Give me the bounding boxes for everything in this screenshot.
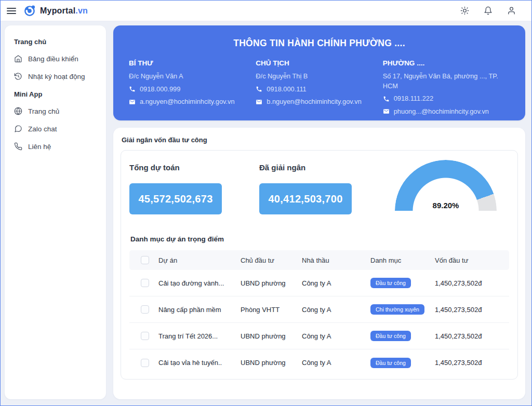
ward-info-title: THÔNG TIN HÀNH CHÍNH PHƯỜNG .... xyxy=(129,38,510,49)
brand-name: Myportal.vn xyxy=(40,6,88,16)
col-header-contractor: Nhà thầu xyxy=(301,256,369,264)
capital-value: 1,450,273,502đ xyxy=(434,359,509,367)
project-name: Trang trí Tết 2026... xyxy=(157,332,240,340)
sidebar-item-zalo-chat[interactable]: Zalo chat xyxy=(14,120,97,138)
phone-filled-icon xyxy=(129,86,136,92)
disbursed-stat: Đã giải ngân 40,412,503,700 xyxy=(259,160,389,214)
col-header-category: Danh mục xyxy=(369,256,434,264)
email-line: a.nguyen@hochiminhcity.gov.vn xyxy=(129,97,256,107)
investor: UBND phường xyxy=(240,279,301,287)
email-line: phuong...@hochiminhcity.gov.vn xyxy=(383,107,510,117)
project-name: Cải tạo vỉa hè tuyến.. xyxy=(157,359,240,367)
sidebar: Trang chủ Bảng điều khiển Nhật ký hoạt đ… xyxy=(5,25,106,399)
capital-value: 1,450,273,502đ xyxy=(434,332,509,340)
bell-icon[interactable] xyxy=(484,6,493,15)
email-line: b.nguyen@hochiminhcity.gov.vn xyxy=(256,97,382,107)
user-icon[interactable] xyxy=(507,6,516,15)
table-row: Cải tạo đường vành... UBND phường Công t… xyxy=(129,270,509,296)
row-checkbox[interactable] xyxy=(141,305,149,314)
sidebar-item-label: Nhật ký hoạt động xyxy=(28,73,85,80)
contractor: Công ty A xyxy=(301,332,369,340)
projects-table-title: Danh mục dự án trọng điểm xyxy=(130,235,509,243)
investor: UBND phường xyxy=(240,332,301,340)
globe-icon xyxy=(14,107,22,115)
sidebar-item-label: Zalo chat xyxy=(28,125,57,133)
total-budget-label: Tổng dự toán xyxy=(129,163,259,172)
category-badge: Đầu tư công xyxy=(370,278,411,288)
sidebar-item-mini-home[interactable]: Trang chủ xyxy=(14,102,97,120)
sidebar-item-label: Trang chủ xyxy=(28,107,59,115)
role-title: PHƯỜNG .... xyxy=(383,59,510,67)
category-badge: Đầu tư công xyxy=(370,331,411,341)
disbursed-value: 40,412,503,700 xyxy=(259,183,352,214)
envelope-icon xyxy=(129,99,136,105)
contractor: Công ty A xyxy=(301,359,369,367)
contractor: Công ty A xyxy=(301,306,369,314)
sidebar-item-label: Liên hệ xyxy=(28,143,51,151)
phone-line: 0918.000.999 xyxy=(129,85,256,94)
project-name: Cải tạo đường vành... xyxy=(157,279,240,287)
capital-value: 1,450,273,502đ xyxy=(434,306,509,314)
home-icon xyxy=(14,55,22,63)
row-checkbox[interactable] xyxy=(141,332,149,340)
envelope-icon xyxy=(383,108,390,115)
sidebar-item-dashboard[interactable]: Bảng điều khiển xyxy=(14,50,97,67)
table-row: Cải tạo vỉa hè tuyến.. UBND phường Công … xyxy=(129,349,509,376)
row-checkbox[interactable] xyxy=(141,279,149,287)
projects-table-header: Dự án Chủ đầu tư Nhà thầu Danh mục Vốn đ… xyxy=(129,250,509,270)
col-header-project: Dự án xyxy=(157,256,240,264)
phone-line: 0918.111.222 xyxy=(383,94,510,104)
investor: Phòng VHTT xyxy=(240,306,301,314)
phone-filled-icon xyxy=(256,86,262,92)
ward-info-card: THÔNG TIN HÀNH CHÍNH PHƯỜNG .... BÍ THƯ … xyxy=(113,25,525,120)
disbursement-card: Giải ngân vốn đầu tư công Tổng dự toán 4… xyxy=(113,128,525,399)
sidebar-section-mini-app: Mini App xyxy=(14,90,97,98)
disbursed-label: Đã giải ngân xyxy=(259,163,389,172)
disbursement-gauge: 89.20% xyxy=(395,160,497,211)
row-checkbox[interactable] xyxy=(141,359,149,367)
gauge-percent-label: 89.20% xyxy=(395,201,497,210)
capital-value: 1,450,273,502đ xyxy=(434,279,509,287)
table-row: Trang trí Tết 2026... UBND phường Công t… xyxy=(129,323,509,349)
category-badge: Đầu tư công xyxy=(370,358,411,368)
category-badge: Chi thường xuyên xyxy=(370,304,424,315)
total-budget-stat: Tổng dự toán 45,572,502,673 xyxy=(129,160,259,214)
address-line: Số 17, Nguyễn Văn Bá, phường ..., TP. HC… xyxy=(383,72,510,91)
myportal-logo-icon xyxy=(23,4,36,17)
total-budget-value: 45,572,502,673 xyxy=(129,183,222,214)
brand-suffix: .vn xyxy=(75,6,88,15)
col-header-capital: Vốn đầu tư xyxy=(434,256,509,264)
table-row: Nâng cấp phần mềm Phòng VHTT Công ty A C… xyxy=(129,296,509,323)
disbursement-panel: Tổng dự toán 45,572,502,673 Đã giải ngân… xyxy=(121,150,518,380)
role-title: CHỦ TỊCH xyxy=(256,59,382,67)
person-name: Đ/c Nguyễn Thị B xyxy=(256,72,382,82)
sidebar-item-contact[interactable]: Liên hệ xyxy=(14,138,97,155)
menu-icon[interactable] xyxy=(7,8,16,14)
phone-line: 0918.000.111 xyxy=(256,85,382,94)
investor: UBND phường xyxy=(240,359,301,367)
contractor: Công ty A xyxy=(301,279,369,287)
sidebar-item-activity-log[interactable]: Nhật ký hoạt động xyxy=(14,67,97,85)
theme-sun-icon[interactable] xyxy=(460,6,469,15)
history-icon xyxy=(14,72,22,80)
envelope-icon xyxy=(256,99,262,105)
app-header: Myportal.vn xyxy=(1,1,531,21)
select-all-checkbox[interactable] xyxy=(141,256,149,264)
sidebar-item-label: Bảng điều khiển xyxy=(28,55,78,63)
phone-icon xyxy=(14,142,22,151)
chat-icon xyxy=(14,125,22,133)
role-title: BÍ THƯ xyxy=(129,59,256,67)
col-header-investor: Chủ đầu tư xyxy=(240,256,301,264)
phone-filled-icon xyxy=(383,96,390,102)
brand-logo[interactable]: Myportal.vn xyxy=(23,4,88,17)
sidebar-section-trang-chu: Trang chủ xyxy=(14,38,97,46)
person-name: Đ/c Nguyễn Văn A xyxy=(129,72,256,82)
info-col-chu-tich: CHỦ TỊCH Đ/c Nguyễn Thị B 0918.000.111 b… xyxy=(256,59,382,116)
info-col-bi-thu: BÍ THƯ Đ/c Nguyễn Văn A 0918.000.999 a.n… xyxy=(129,59,256,116)
info-col-phuong: PHƯỜNG .... Số 17, Nguyễn Văn Bá, phường… xyxy=(383,59,510,116)
disbursement-title: Giải ngân vốn đầu tư công xyxy=(122,136,517,144)
project-name: Nâng cấp phần mềm xyxy=(157,306,240,314)
